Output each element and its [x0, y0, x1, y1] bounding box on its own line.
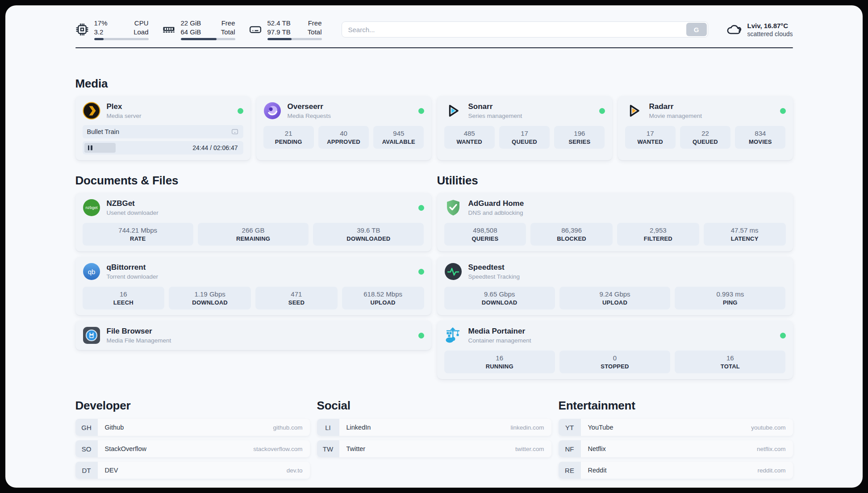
bookmark-url: netflix.com [757, 446, 786, 452]
bookmark-twitter[interactable]: TWTwittertwitter.com [317, 440, 551, 457]
service-card-plex[interactable]: PlexMedia serverBullet Train24:44 / 02:0… [75, 96, 250, 160]
stat-label: STOPPED [562, 363, 668, 370]
stat-box-movies: 834MOVIES [735, 126, 785, 149]
bookmark-abbr-badge: RE [559, 462, 581, 479]
now-playing-row[interactable]: Bullet Train [83, 125, 243, 138]
service-card-portainer[interactable]: Media PortainerContainer management16RUN… [437, 321, 793, 379]
service-card-names: RadarrMovie management [649, 102, 702, 119]
bookmark-group-title: Entertainment [559, 399, 793, 413]
stat-value: 16 [85, 290, 162, 298]
search-input[interactable] [342, 21, 708, 38]
stat-label: FILTERED [620, 235, 697, 242]
stat-label: REMAINING [200, 235, 306, 242]
service-card-header: Media PortainerContainer management [444, 326, 786, 344]
weather-widget[interactable]: Lviv, 16.87°C scattered clouds [726, 21, 793, 38]
stat-box-download: 1.19 GbpsDOWNLOAD [169, 287, 251, 309]
bookmark-youtube[interactable]: YTYouTubeyoutube.com [559, 419, 793, 436]
stat-label: DOWNLOAD [447, 299, 552, 306]
weather-location-temp: Lviv, 16.87°C [747, 22, 793, 29]
bookmark-url: github.com [273, 424, 302, 431]
bookmark-reddit[interactable]: RERedditreddit.com [559, 462, 793, 479]
stat-box-download: 9.65 GbpsDOWNLOAD [444, 287, 555, 309]
service-card-qbittorrent[interactable]: qbqBittorrentTorrent downloader16LEECH1.… [75, 257, 431, 315]
system-progress-track [181, 38, 235, 40]
stat-label: RATE [85, 235, 191, 242]
service-stats-row: 17WANTED22QUEUED834MOVIES [625, 126, 786, 149]
service-subtitle: Usenet downloader [107, 209, 159, 216]
bookmark-label: DEV [105, 467, 118, 474]
bookmark-dev[interactable]: DTDEVdev.to [75, 462, 310, 479]
service-subtitle: Movie management [649, 113, 702, 119]
system-progress-track [267, 38, 322, 40]
system-label-bottom: Total [221, 28, 235, 37]
system-progress-fill [267, 38, 292, 40]
stat-label: PING [677, 299, 783, 306]
stat-value: 498,508 [447, 226, 524, 234]
bookmark-abbr-badge: YT [559, 419, 581, 436]
service-card-names: SpeedtestSpeedtest Tracking [468, 263, 520, 280]
playback-time: 24:44 / 02:06:47 [192, 144, 238, 151]
system-progress-fill [181, 38, 217, 40]
service-card-names: AdGuard HomeDNS and adblocking [468, 199, 524, 216]
status-online-dot [238, 108, 243, 114]
service-subtitle: Torrent downloader [107, 273, 159, 280]
stat-label: SEED [258, 299, 335, 306]
bookmark-label: StackOverflow [105, 445, 146, 452]
service-card-nzbget[interactable]: nzbgetNZBGetUsenet downloader744.21 Mbps… [75, 193, 431, 251]
service-card-header: nzbgetNZBGetUsenet downloader [83, 199, 424, 217]
cpu-icon [75, 23, 89, 36]
bookmark-github[interactable]: GHGithubgithub.com [75, 419, 310, 436]
service-stats-row: 498,508QUERIES86,396BLOCKED2,953FILTERED… [444, 223, 786, 246]
bookmark-url: twitter.com [515, 446, 544, 452]
service-card-filebrowser[interactable]: File BrowserMedia File Management [75, 321, 431, 350]
system-widget-label-column: FreeTotal [221, 19, 235, 36]
header-divider [75, 47, 793, 48]
bookmark-linkedin[interactable]: LILinkedInlinkedin.com [317, 419, 551, 436]
service-card-overseerr[interactable]: OverseerrMedia Requests21PENDING40APPROV… [256, 96, 431, 160]
system-widget-body: 17%3.2CPULoad [94, 19, 149, 40]
service-card-header: SonarrSeries management [444, 102, 605, 120]
dashboard-page: 17%3.2CPULoad22 GiB64 GiBFreeTotal52.4 T… [5, 5, 863, 488]
service-card-header: qbqBittorrentTorrent downloader [83, 263, 424, 280]
ram-icon [162, 23, 175, 36]
service-card-radarr[interactable]: RadarrMovie management17WANTED22QUEUED83… [618, 96, 793, 160]
now-playing-title: Bullet Train [87, 128, 120, 135]
stat-box-approved: 40APPROVED [318, 126, 369, 149]
bookmark-list: GHGithubgithub.comSOStackOverflowstackov… [75, 419, 310, 479]
service-stats-row: 16RUNNING0STOPPED16TOTAL [444, 351, 786, 373]
system-widget-ram: 22 GiB64 GiBFreeTotal [162, 19, 235, 40]
disk-icon [249, 23, 262, 36]
stat-label: QUEUED [683, 138, 728, 145]
service-subtitle: Media Requests [288, 113, 331, 119]
stat-value: 9.65 Gbps [447, 290, 552, 298]
bookmark-stackoverflow[interactable]: SOStackOverflowstackoverflow.com [75, 440, 310, 457]
playback-progress-row[interactable]: 24:44 / 02:06:47 [83, 141, 243, 155]
pause-icon[interactable] [88, 146, 92, 150]
bookmark-abbr-badge: DT [75, 462, 98, 479]
system-value-top: 52.4 TB [267, 19, 291, 28]
stat-value: 40 [321, 130, 366, 137]
service-card-adguard[interactable]: AdGuard HomeDNS and adblocking498,508QUE… [437, 193, 793, 251]
service-card-header: RadarrMovie management [625, 102, 786, 120]
service-name: Speedtest [468, 263, 520, 272]
system-widget-label-column: CPULoad [134, 19, 148, 36]
bookmark-list: LILinkedInlinkedin.comTWTwittertwitter.c… [317, 419, 551, 457]
adguard-icon [444, 199, 462, 217]
service-name: qBittorrent [107, 263, 159, 272]
bookmark-netflix[interactable]: NFNetflixnetflix.com [559, 440, 793, 457]
system-label-top: Free [308, 19, 322, 28]
service-card-sonarr[interactable]: SonarrSeries management485WANTED17QUEUED… [437, 96, 612, 160]
stat-box-queued: 22QUEUED [680, 126, 730, 149]
stat-value: 618.52 Mbps [345, 290, 421, 298]
search-engine-button[interactable]: G [686, 23, 707, 36]
stat-box-stopped: 0STOPPED [559, 351, 670, 373]
service-card-speedtest[interactable]: SpeedtestSpeedtest Tracking9.65 GbpsDOWN… [437, 257, 793, 315]
stat-value: 471 [258, 290, 335, 298]
stat-value: 2,953 [620, 226, 697, 234]
stat-box-rate: 744.21 MbpsRATE [83, 223, 193, 246]
status-online-dot [418, 333, 424, 338]
bookmark-group-social: SocialLILinkedInlinkedin.comTWTwittertwi… [317, 399, 551, 479]
bookmark-list: YTYouTubeyoutube.comNFNetflixnetflix.com… [559, 419, 793, 479]
filebrowser-icon [83, 326, 100, 344]
stat-label: QUEUED [502, 138, 547, 145]
